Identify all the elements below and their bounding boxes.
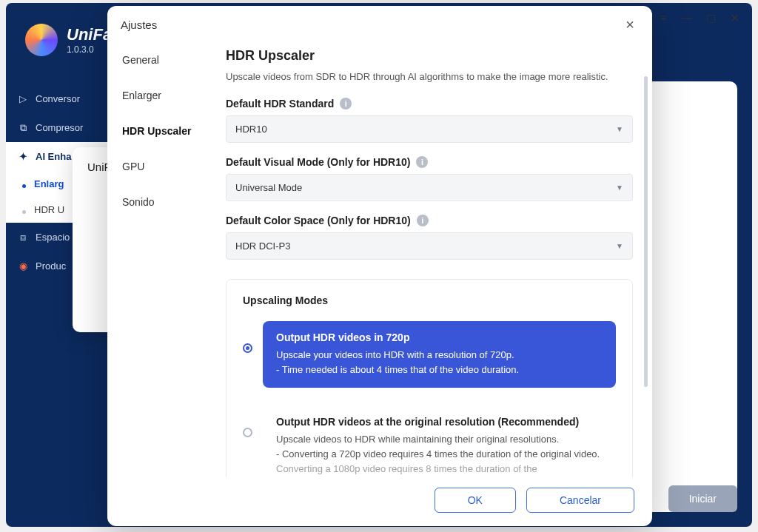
select-value: Universal Mode <box>235 182 302 193</box>
chevron-down-icon: ▼ <box>616 183 623 192</box>
tab-enlarger[interactable]: Enlarger <box>107 78 226 113</box>
settings-body: General Enlarger HDR Upscaler GPU Sonido… <box>107 33 652 477</box>
label-text: Default Visual Mode (Only for HDR10) <box>226 156 410 168</box>
tab-gpu[interactable]: GPU <box>107 149 226 184</box>
mode-720p-row[interactable]: Output HDR videos in 720p Upscale your v… <box>243 321 616 388</box>
mode-title: Output HDR videos in 720p <box>276 331 603 343</box>
close-icon[interactable]: ✕ <box>724 9 745 27</box>
hdr-panel-title: HDR Upscaler <box>226 48 633 64</box>
select-value: HDR DCI-P3 <box>235 240 290 252</box>
visual-mode-label: Default Visual Mode (Only for HDR10) i <box>226 156 633 168</box>
mode-desc-line: - Converting a 720p video requires 4 tim… <box>276 448 600 459</box>
nav-label: Produc <box>36 260 66 272</box>
nav-label: Conversor <box>36 93 80 104</box>
minimize-icon[interactable]: — <box>677 9 697 27</box>
cancel-button[interactable]: Cancelar <box>526 488 634 513</box>
nav-label: AI Enha <box>36 151 71 162</box>
radio-original[interactable] <box>243 428 252 437</box>
settings-close-button[interactable]: × <box>621 16 639 33</box>
label-text: Default Color Space (Only for HDR10) <box>226 215 411 226</box>
play-icon: ▷ <box>18 94 28 104</box>
visual-mode-select[interactable]: Universal Mode ▼ <box>226 174 633 201</box>
chevron-down-icon: ▼ <box>616 242 623 250</box>
settings-footer: OK Cancelar <box>107 477 652 526</box>
hdr-standard-select[interactable]: HDR10 ▼ <box>226 115 633 143</box>
mode-720p-card: Output HDR videos in 720p Upscale your v… <box>263 321 616 388</box>
nav-conversor[interactable]: ▷ Conversor <box>6 84 113 113</box>
mode-original-card: Output HDR videos at the original resolu… <box>263 405 616 477</box>
upscaling-modes: Upscaling Modes Output HDR videos in 720… <box>226 279 633 478</box>
hamburger-icon[interactable]: ≡ <box>653 9 674 27</box>
nav-label: Espacio <box>36 232 70 243</box>
select-value: HDR10 <box>235 124 267 135</box>
settings-title: Ajustes <box>121 18 157 31</box>
tab-sonido[interactable]: Sonido <box>107 184 226 220</box>
compress-icon: ⧉ <box>18 123 28 133</box>
hdr-panel-desc: Upscale videos from SDR to HDR through A… <box>226 70 633 84</box>
color-space-select[interactable]: HDR DCI-P3 ▼ <box>226 232 633 260</box>
maximize-icon[interactable]: ▢ <box>700 9 721 27</box>
mode-desc: Upscale videos to HDR while maintaining … <box>276 432 603 477</box>
settings-main: HDR Upscaler Upscale videos from SDR to … <box>226 33 652 477</box>
mode-desc-line: Upscale videos to HDR while maintaining … <box>276 434 559 445</box>
mode-original-row[interactable]: Output HDR videos at the original resolu… <box>243 405 616 477</box>
hdr-standard-label: Default HDR Standard i <box>226 98 633 110</box>
brand-logo-icon <box>25 24 58 56</box>
nav-compresor[interactable]: ⧉ Compresor <box>6 113 113 142</box>
info-icon[interactable]: i <box>340 98 352 110</box>
ai-icon: ✦ <box>18 152 28 162</box>
mode-desc: Upscale your videos into HDR with a reso… <box>276 348 603 377</box>
upscaling-modes-title: Upscaling Modes <box>243 294 616 306</box>
nav-label: Compresor <box>36 122 83 133</box>
settings-header: Ajustes × <box>107 6 652 33</box>
info-icon[interactable]: i <box>417 215 429 226</box>
tab-general[interactable]: General <box>107 42 226 78</box>
chevron-down-icon: ▼ <box>616 125 623 133</box>
workspace-icon: ⧈ <box>18 232 28 243</box>
mode-title: Output HDR videos at the original resolu… <box>276 416 603 428</box>
products-icon: ◉ <box>18 261 28 272</box>
mode-desc-line: Converting a 1080p video requires 8 time… <box>276 463 537 474</box>
info-icon[interactable]: i <box>416 156 428 168</box>
ok-button[interactable]: OK <box>435 488 516 513</box>
radio-720p[interactable] <box>243 343 252 353</box>
settings-modal: Ajustes × General Enlarger HDR Upscaler … <box>107 6 652 526</box>
tab-hdr-upscaler[interactable]: HDR Upscaler <box>107 113 226 149</box>
scrollbar[interactable] <box>644 76 648 387</box>
label-text: Default HDR Standard <box>226 98 334 110</box>
start-button[interactable]: Iniciar <box>668 485 737 512</box>
color-space-label: Default Color Space (Only for HDR10) i <box>226 215 633 226</box>
settings-sidebar: General Enlarger HDR Upscaler GPU Sonido <box>107 33 226 477</box>
